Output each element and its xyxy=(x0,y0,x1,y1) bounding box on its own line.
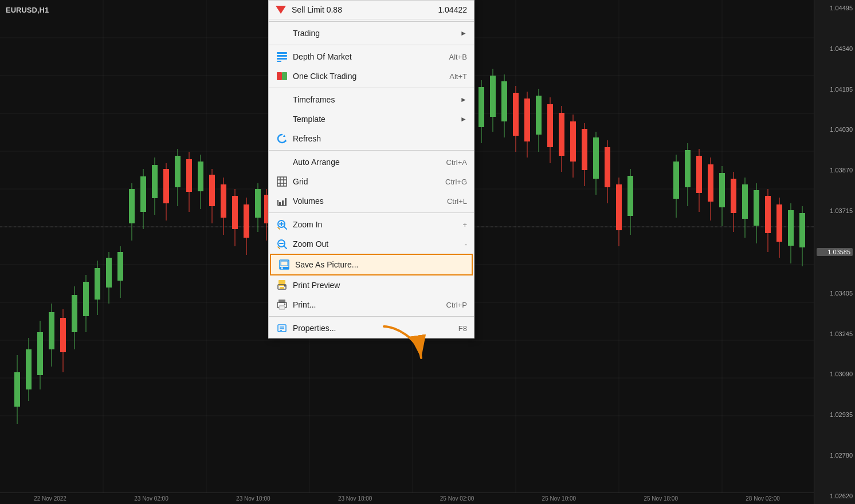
menu-label-zoom-in: Zoom In xyxy=(293,220,451,229)
menu-icon-template xyxy=(276,113,288,125)
menu-item-timeframes[interactable]: Timeframes ► xyxy=(269,90,474,109)
menu-separator xyxy=(269,316,474,317)
menu-item-save-as-picture[interactable]: Save As Picture... xyxy=(270,254,473,275)
menu-item-refresh[interactable]: Refresh xyxy=(269,129,474,148)
svg-rect-80 xyxy=(559,113,564,156)
menu-icon-trading xyxy=(276,27,288,40)
svg-rect-114 xyxy=(788,210,794,246)
menu-separator xyxy=(269,150,474,151)
menu-item-grid[interactable]: Grid Ctrl+G xyxy=(269,172,474,191)
menu-item-print-preview[interactable]: Print Preview xyxy=(269,275,474,295)
svg-point-147 xyxy=(284,285,286,287)
menu-shortcut-one-click: Alt+T xyxy=(449,72,467,81)
svg-rect-120 xyxy=(277,61,281,62)
price-axis: 1.04495 1.04340 1.04185 1.04030 1.03870 … xyxy=(814,0,855,504)
svg-rect-96 xyxy=(685,150,691,187)
svg-rect-54 xyxy=(209,175,215,206)
price-label: 1.02620 xyxy=(817,493,853,499)
price-label: 1.04185 xyxy=(817,86,853,93)
price-label: 1.02935 xyxy=(817,411,853,418)
svg-rect-42 xyxy=(140,176,146,212)
time-label: 22 Nov 2022 xyxy=(34,495,66,502)
sell-limit-icon xyxy=(276,6,286,14)
svg-rect-68 xyxy=(490,76,496,117)
svg-rect-82 xyxy=(570,121,576,162)
svg-rect-110 xyxy=(765,196,771,233)
submenu-arrow-trading: ► xyxy=(460,29,467,37)
svg-rect-146 xyxy=(280,287,284,289)
menu-item-trading[interactable]: Trading ► xyxy=(269,23,474,43)
svg-rect-56 xyxy=(221,184,226,218)
menu-item-auto-arrange[interactable]: Auto Arrange Ctrl+A xyxy=(269,152,474,172)
menu-item-template[interactable]: Template ► xyxy=(269,109,474,129)
svg-rect-20 xyxy=(14,372,20,407)
time-label: 25 Nov 10:00 xyxy=(542,495,576,502)
svg-rect-108 xyxy=(754,190,759,226)
svg-rect-52 xyxy=(198,162,203,191)
svg-rect-100 xyxy=(708,164,713,202)
menu-icon-properties xyxy=(276,322,288,334)
menu-icon-volumes xyxy=(276,195,288,207)
menu-label-refresh: Refresh xyxy=(293,134,467,143)
current-price-label: 1.03585 xyxy=(817,248,853,256)
svg-rect-24 xyxy=(37,332,43,375)
svg-rect-122 xyxy=(282,72,287,80)
menu-label-zoom-out: Zoom Out xyxy=(293,239,453,249)
svg-rect-22 xyxy=(26,349,32,389)
menu-icon-depth xyxy=(276,50,288,63)
svg-rect-74 xyxy=(524,99,530,141)
menu-item-one-click-trading[interactable]: One Click Trading Alt+T xyxy=(269,66,474,86)
price-label: 1.03870 xyxy=(817,167,853,174)
chart-title: EURUSD,H1 xyxy=(6,6,49,14)
menu-label-auto-arrange: Auto Arrange xyxy=(293,158,435,167)
svg-rect-117 xyxy=(277,52,287,54)
time-axis: 22 Nov 2022 23 Nov 02:00 23 Nov 10:00 23… xyxy=(0,493,814,504)
menu-icon-grid xyxy=(276,175,288,188)
menu-shortcut-depth: Alt+B xyxy=(449,53,467,61)
menu-icon-print-preview xyxy=(276,279,288,292)
svg-rect-38 xyxy=(117,252,123,281)
menu-icon-save-as-picture xyxy=(278,258,291,271)
svg-rect-132 xyxy=(285,198,287,206)
time-label: 25 Nov 02:00 xyxy=(440,495,474,502)
menu-item-print[interactable]: Print... Ctrl+P xyxy=(269,295,474,314)
svg-rect-102 xyxy=(719,173,725,207)
menu-item-volumes[interactable]: Volumes Ctrl+L xyxy=(269,191,474,211)
menu-label-one-click: One Click Trading xyxy=(293,72,438,81)
menu-label-properties: Properties... xyxy=(293,324,447,333)
price-label: 1.04030 xyxy=(817,126,853,133)
svg-rect-62 xyxy=(255,189,261,218)
svg-rect-48 xyxy=(175,156,181,187)
menu-label-print: Print... xyxy=(293,300,435,309)
menu-icon-zoom-out xyxy=(276,238,288,250)
sell-limit-item[interactable]: Sell Limit 0.88 1.04422 xyxy=(269,1,474,19)
svg-rect-141 xyxy=(281,261,288,266)
svg-rect-88 xyxy=(605,147,610,187)
menu-shortcut-volumes: Ctrl+L xyxy=(447,197,467,206)
time-label: 28 Nov 02:00 xyxy=(746,495,780,502)
sell-limit-label: Sell Limit 0.88 xyxy=(292,5,438,14)
menu-item-zoom-out[interactable]: Zoom Out - xyxy=(269,234,474,254)
menu-label-grid: Grid xyxy=(293,177,434,186)
price-label: 1.03405 xyxy=(817,290,853,297)
svg-rect-150 xyxy=(279,306,285,309)
menu-shortcut-zoom-out: - xyxy=(465,240,467,249)
svg-rect-44 xyxy=(152,165,158,198)
menu-item-properties[interactable]: Properties... F8 xyxy=(269,318,474,338)
menu-icon-print xyxy=(276,298,288,311)
menu-shortcut-grid: Ctrl+G xyxy=(445,178,467,186)
time-label: 25 Nov 18:00 xyxy=(644,495,678,502)
time-label: 23 Nov 18:00 xyxy=(338,495,372,502)
svg-rect-130 xyxy=(279,202,281,206)
svg-rect-66 xyxy=(479,87,484,127)
menu-label-depth: Depth Of Market xyxy=(293,52,438,61)
price-label: 1.03245 xyxy=(817,330,853,337)
time-label: 23 Nov 10:00 xyxy=(236,495,270,502)
menu-icon-auto-arrange xyxy=(276,156,288,168)
svg-rect-36 xyxy=(106,258,112,288)
svg-rect-112 xyxy=(776,204,782,242)
svg-rect-70 xyxy=(501,81,507,121)
menu-item-zoom-in[interactable]: Zoom In + xyxy=(269,215,474,234)
svg-rect-92 xyxy=(627,176,633,216)
menu-item-depth-of-market[interactable]: Depth Of Market Alt+B xyxy=(269,47,474,66)
